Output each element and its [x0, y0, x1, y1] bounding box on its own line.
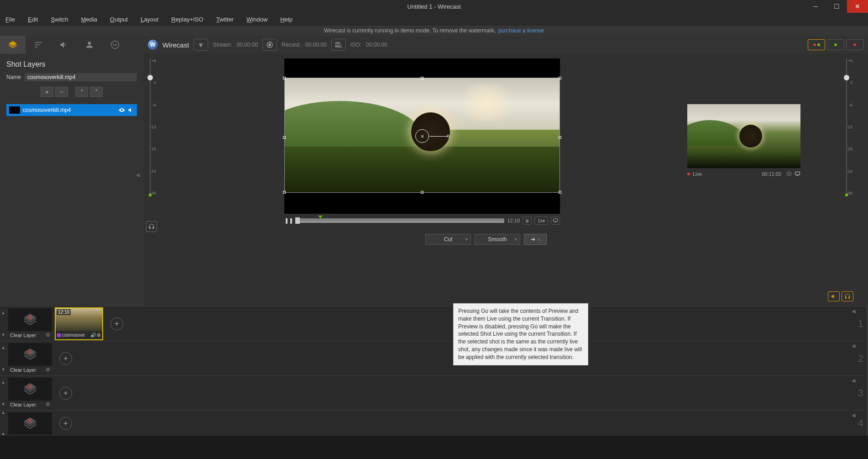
status-indicator-2[interactable]	[827, 39, 844, 50]
menu-file[interactable]: File	[5, 16, 15, 23]
stream-label: Stream:	[213, 42, 232, 48]
monitor-button[interactable]	[551, 216, 560, 225]
add-shot-button[interactable]: +	[59, 417, 72, 430]
layer-item[interactable]: cosmosoverkill.mp4	[6, 104, 137, 116]
clear-layers-icon	[21, 312, 39, 327]
master-layer-4: ▲▼ + ◀ 4	[0, 410, 868, 436]
svg-point-2	[115, 44, 116, 46]
master-layer-3: ▲▼ Clear Layer⚙ + ◀ 3	[0, 375, 868, 410]
headphones-icon	[148, 223, 155, 230]
transition-cut[interactable]: Cut▾	[425, 234, 471, 245]
menu-window[interactable]: Window	[246, 16, 267, 23]
tab-sliders[interactable]	[26, 36, 51, 54]
record-label: Record:	[282, 42, 301, 48]
clear-layers-icon	[21, 416, 39, 431]
speed-button[interactable]: 1x ▾	[534, 216, 548, 225]
gear-icon[interactable]	[786, 171, 792, 177]
gear-icon[interactable]: ⚙	[46, 332, 50, 338]
purchase-link[interactable]: purchase a license	[498, 27, 544, 34]
iso-button[interactable]: ISOREC	[331, 39, 346, 51]
tab-person[interactable]	[77, 36, 102, 54]
demo-text: Wirecast is currently running in demo mo…	[324, 27, 496, 34]
rotate-handle[interactable]: ×	[415, 129, 429, 143]
menu-twitter[interactable]: Twitter	[216, 16, 234, 23]
live-vu-meter: +6 0 -6 -12 -18 -24 -36	[840, 58, 853, 214]
master-layer-2: ▲▼ Clear Layer⚙ + ◀ 2	[0, 341, 868, 375]
go-button[interactable]: ➔ ○	[524, 234, 547, 245]
record-icon	[266, 41, 273, 48]
status-indicator-3[interactable]	[846, 39, 863, 50]
minimize-button[interactable]: ─	[805, 0, 826, 13]
eye-icon[interactable]	[119, 107, 125, 113]
clear-layer-tile[interactable]: Clear Layer⚙	[8, 378, 52, 409]
live-output	[687, 104, 800, 168]
zoom-button[interactable]: ⊕	[523, 216, 532, 225]
preview-canvas[interactable]: ×	[284, 58, 560, 214]
svg-rect-6	[554, 219, 558, 222]
menu-output[interactable]: Output	[110, 16, 128, 23]
tab-more[interactable]	[102, 36, 128, 54]
titlebar: Untitled 1 - Wirecast ─ ☐ ✕	[0, 0, 868, 13]
iso-time: 00:00:00	[366, 42, 387, 48]
center-area: W Wirecast Stream: 00:00:00 Record: 00:0…	[143, 36, 868, 306]
clear-layers-icon	[21, 382, 39, 396]
status-indicator-1[interactable]	[808, 39, 825, 50]
demo-banner: Wirecast is currently running in demo mo…	[0, 26, 868, 36]
speaker-icon[interactable]	[128, 107, 134, 113]
record-time: 00:00:00	[305, 42, 327, 48]
clear-layer-tile[interactable]: Clear Layer⚙	[8, 308, 52, 339]
menu-help[interactable]: Help	[280, 16, 293, 23]
move-down-button[interactable]: ˅	[90, 87, 103, 97]
menu-edit[interactable]: Edit	[28, 16, 38, 23]
gear-icon[interactable]: ⚙	[97, 332, 101, 338]
menu-replay[interactable]: Replay+ISO	[171, 16, 203, 23]
close-button[interactable]: ✕	[847, 0, 868, 13]
menu-media[interactable]: Media	[81, 16, 97, 23]
name-label: Name	[6, 74, 25, 80]
vu-knob[interactable]	[147, 75, 153, 80]
add-layer-button[interactable]: +	[41, 87, 53, 97]
clear-layers-icon	[21, 347, 39, 362]
svg-point-3	[116, 44, 117, 46]
shot-time: 12:10	[57, 309, 71, 315]
menu-layout[interactable]: Layout	[141, 16, 158, 23]
person-icon	[85, 40, 94, 49]
preview-vu-meter: +6 0 -6 -12 -18 -24 -36	[143, 58, 157, 214]
live-label: Live	[693, 171, 702, 177]
record-button[interactable]	[262, 39, 277, 51]
wifi-icon	[197, 42, 205, 48]
speaker-icon	[59, 40, 68, 49]
clear-layer-tile[interactable]: Clear Layer⚙	[8, 343, 52, 374]
svg-point-5	[268, 43, 271, 46]
monitor-icon[interactable]	[795, 171, 800, 177]
remove-layer-button[interactable]: −	[55, 87, 68, 97]
monitor-icon	[553, 218, 558, 223]
tab-audio[interactable]	[51, 36, 77, 54]
menu-switch[interactable]: Switch	[51, 16, 68, 23]
headphones-icon	[844, 293, 851, 300]
layers-icon	[8, 40, 17, 49]
layer-item-thumb	[9, 106, 20, 114]
shot-tile[interactable]: 12:10 cosmosove🔊⚙	[55, 307, 103, 340]
svg-rect-7	[795, 172, 800, 175]
headphones-button[interactable]	[146, 221, 157, 232]
pause-button[interactable]: ❚❚	[284, 217, 293, 224]
add-shot-button[interactable]: +	[59, 387, 72, 400]
scrubber-track[interactable]	[295, 218, 504, 223]
maximize-button[interactable]: ☐	[826, 0, 847, 13]
collapse-panel-button[interactable]: «	[136, 171, 141, 179]
master-layers: ▲▼ Clear Layer⚙ 12:10 cosmosove🔊⚙ + ◀ 1 …	[0, 306, 868, 436]
live-indicator-icon	[687, 173, 690, 175]
move-up-button[interactable]: ˄	[75, 87, 88, 97]
scrubber-time: 12:10	[507, 218, 520, 223]
name-input[interactable]	[25, 73, 137, 81]
live-headphones-button[interactable]	[842, 291, 853, 301]
live-speaker-button[interactable]	[828, 291, 840, 301]
stream-button[interactable]	[193, 39, 208, 51]
tab-layers[interactable]	[0, 36, 26, 54]
add-shot-button[interactable]: +	[59, 352, 72, 365]
add-shot-button[interactable]: +	[110, 317, 123, 330]
transition-smooth[interactable]: Smooth▾	[475, 234, 520, 245]
go-tooltip: Pressing Go will take the contents of Pr…	[453, 303, 588, 365]
clear-layer-tile[interactable]	[8, 412, 52, 434]
